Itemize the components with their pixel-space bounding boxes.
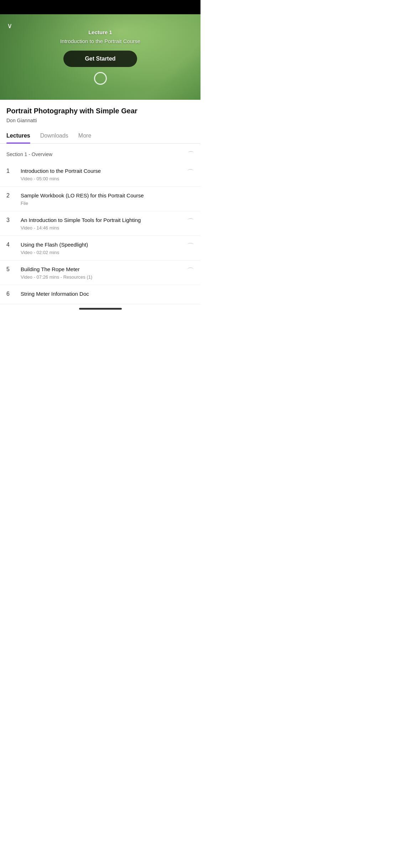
lecture-details: Introduction to the Portrait Course Vide… <box>21 167 187 181</box>
lecture-item[interactable]: 1 Introduction to the Portrait Course Vi… <box>0 162 200 187</box>
course-author: Don Giannatti <box>6 118 194 123</box>
lecture-number: 4 <box>6 241 16 248</box>
lecture-number: 3 <box>6 216 16 223</box>
lecture-item[interactable]: 5 Building The Rope Meter Video - 07:26 … <box>0 260 200 285</box>
lecture-name: Building The Rope Meter <box>21 265 187 273</box>
lecture-list: Section 1 - Overview ⌒ 1 Introduction to… <box>0 144 200 304</box>
course-info: Portrait Photography with Simple Gear Do… <box>0 100 200 123</box>
hero-subtitle: Introduction to the Portrait Course <box>60 37 140 45</box>
download-icon[interactable]: ⌒ <box>187 216 194 227</box>
lecture-name: String Meter Information Doc <box>21 290 194 298</box>
section-title: Section 1 - Overview <box>6 151 52 157</box>
progress-indicator <box>94 72 107 85</box>
lecture-meta: Video - 14:46 mins <box>21 225 187 231</box>
tab-bar: Lectures Downloads More <box>0 128 200 144</box>
download-icon[interactable]: ⌒ <box>187 241 194 251</box>
lecture-details: Building The Rope Meter Video - 07:26 mi… <box>21 265 187 280</box>
lecture-name: Using the Flash (Speedlight) <box>21 241 187 248</box>
lecture-name: Sample Workbook (LO RES) for this Portra… <box>21 192 194 199</box>
lecture-details: Sample Workbook (LO RES) for this Portra… <box>21 192 194 206</box>
hero-content: Lecture 1 Introduction to the Portrait C… <box>53 29 147 85</box>
lecture-item[interactable]: 4 Using the Flash (Speedlight) Video - 0… <box>0 236 200 260</box>
chevron-down-icon[interactable]: ∨ <box>7 21 12 30</box>
lecture-number: 6 <box>6 290 16 297</box>
lecture-number: 5 <box>6 265 16 273</box>
lecture-name: Introduction to the Portrait Course <box>21 167 187 175</box>
hero-section: ∨ Lecture 1 Introduction to the Portrait… <box>0 14 200 100</box>
lecture-item[interactable]: 2 Sample Workbook (LO RES) for this Port… <box>0 187 200 211</box>
lecture-meta: File <box>21 201 194 206</box>
lecture-label: Lecture 1 <box>60 29 140 35</box>
section-collapse-icon[interactable]: ⌒ <box>188 150 194 159</box>
download-icon[interactable]: ⌒ <box>187 167 194 177</box>
lecture-item[interactable]: 6 String Meter Information Doc <box>0 285 200 304</box>
lecture-meta: Video - 02:02 mins <box>21 250 187 255</box>
lecture-item[interactable]: 3 An Introduction to Simple Tools for Po… <box>0 211 200 236</box>
course-title: Portrait Photography with Simple Gear <box>6 106 194 115</box>
tab-lectures[interactable]: Lectures <box>6 128 30 143</box>
lecture-number: 2 <box>6 192 16 199</box>
lecture-number: 1 <box>6 167 16 174</box>
tab-more[interactable]: More <box>78 128 91 143</box>
lecture-details: String Meter Information Doc <box>21 290 194 299</box>
lecture-meta: Video - 05:00 mins <box>21 176 187 181</box>
download-icon[interactable]: ⌒ <box>187 265 194 276</box>
status-bar <box>0 0 200 14</box>
lecture-name: An Introduction to Simple Tools for Port… <box>21 216 187 224</box>
home-indicator <box>79 308 122 310</box>
lecture-meta: Video - 07:26 mins - Resources (1) <box>21 274 187 280</box>
lecture-details: Using the Flash (Speedlight) Video - 02:… <box>21 241 187 255</box>
tab-downloads[interactable]: Downloads <box>40 128 68 143</box>
lecture-details: An Introduction to Simple Tools for Port… <box>21 216 187 231</box>
bottom-bar <box>0 304 200 315</box>
get-started-button[interactable]: Get Started <box>63 51 137 67</box>
section-header: Section 1 - Overview ⌒ <box>0 144 200 162</box>
